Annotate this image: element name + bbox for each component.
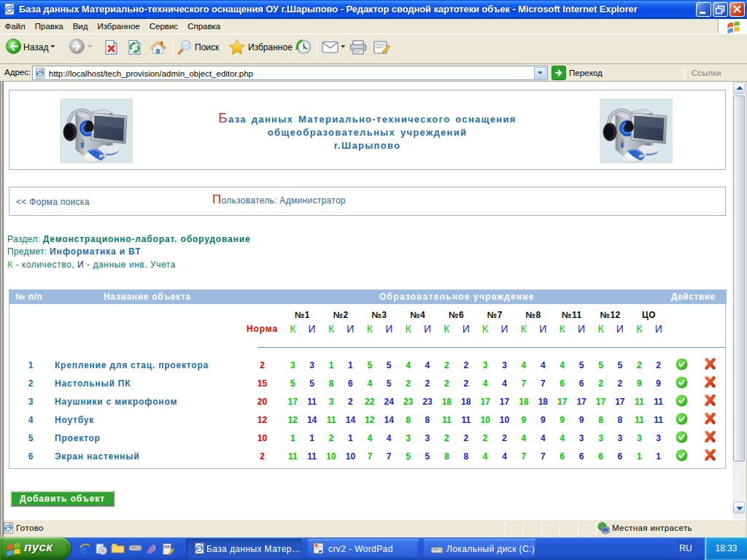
svg-text:PhP: PhP <box>164 545 171 549</box>
